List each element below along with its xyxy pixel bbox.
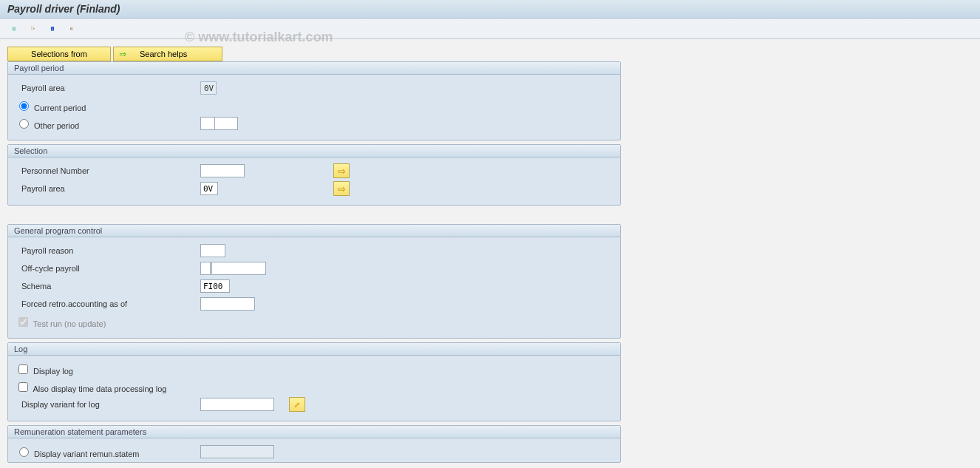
- group-title-log: Log: [8, 343, 620, 356]
- search-helps-label: Search helps: [140, 50, 187, 58]
- svg-rect-7: [70, 27, 71, 30]
- toolbar: i: [0, 18, 980, 39]
- input-sel-payroll-area[interactable]: [200, 182, 218, 195]
- arrow-right-icon: ⇨: [338, 183, 346, 194]
- title-bar: Payroll driver (Finland): [0, 0, 980, 18]
- input-offcycle-1[interactable]: [200, 262, 211, 275]
- radio-display-variant-remun-input[interactable]: [19, 447, 29, 457]
- radio-current-input[interactable]: [19, 101, 29, 111]
- label-personnel-number: Personnel Number: [16, 166, 200, 175]
- label-payroll-reason: Payroll reason: [16, 246, 200, 255]
- svg-text:i: i: [52, 27, 52, 30]
- checkbox-also-display-label: Also display time data processing log: [33, 384, 166, 393]
- label-sel-payroll-area: Payroll area: [16, 184, 200, 193]
- search-helps-button[interactable]: ⇨ Search helps: [113, 47, 222, 61]
- radio-display-variant-remun[interactable]: Display variant remun.statem: [16, 445, 200, 458]
- window-title: Payroll driver (Finland): [7, 3, 120, 15]
- label-schema: Schema: [16, 282, 200, 291]
- group-title-payroll-period: Payroll period: [8, 62, 620, 75]
- top-buttons: Selections from ⇨ Search helps: [7, 47, 973, 61]
- label-offcycle: Off-cycle payroll: [16, 264, 200, 273]
- input-other-period-2[interactable]: [214, 117, 238, 130]
- checkbox-display-log-label: Display log: [33, 367, 73, 376]
- pencil-icon: [294, 399, 300, 410]
- label-display-variant-log: Display variant for log: [16, 400, 200, 409]
- input-display-variant-log[interactable]: [200, 398, 274, 411]
- input-other-period-1[interactable]: [200, 117, 215, 130]
- content-area: Selections from ⇨ Search helps Payroll p…: [0, 39, 980, 463]
- info-icon[interactable]: i: [46, 22, 59, 35]
- checkbox-also-display-input[interactable]: [18, 382, 28, 392]
- checkbox-display-log[interactable]: Display log: [16, 362, 200, 376]
- group-title-general: General program control: [8, 225, 620, 237]
- selections-from-label: Selections from: [31, 50, 87, 58]
- group-remun: Remuneration statement parameters Displa…: [7, 425, 621, 463]
- label-forced-retro: Forced retro.accounting as of: [16, 299, 200, 308]
- radio-current-period[interactable]: Current period: [16, 99, 200, 112]
- bars-icon[interactable]: [65, 22, 78, 35]
- svg-rect-9: [72, 28, 73, 30]
- field-payroll-area[interactable]: 0V: [200, 81, 217, 95]
- group-title-remun: Remuneration statement parameters: [8, 426, 620, 438]
- radio-other-input[interactable]: [19, 119, 29, 129]
- more-personnel-number-button[interactable]: ⇨: [333, 163, 350, 178]
- edit-log-variant-button[interactable]: [289, 397, 305, 412]
- checkbox-display-log-input[interactable]: [18, 364, 28, 374]
- input-display-variant-remun[interactable]: [200, 445, 274, 458]
- input-schema[interactable]: [200, 279, 230, 293]
- group-log: Log Display log Also display time data p…: [7, 342, 621, 421]
- selections-from-button[interactable]: Selections from: [7, 47, 111, 61]
- radio-other-label: Other period: [34, 121, 79, 130]
- input-payroll-reason[interactable]: [200, 244, 225, 257]
- label-payroll-area: Payroll area: [16, 84, 200, 92]
- checkbox-test-run-label: Test run (no update): [33, 319, 106, 328]
- get-variant-icon[interactable]: [27, 22, 40, 35]
- checkbox-test-run-input: [18, 317, 28, 327]
- radio-display-variant-remun-label: Display variant remun.statem: [34, 450, 139, 458]
- group-selection: Selection Personnel Number ⇨ Payroll are…: [7, 144, 621, 206]
- more-payroll-area-button[interactable]: ⇨: [333, 181, 350, 196]
- input-personnel-number[interactable]: [200, 164, 245, 177]
- group-general: General program control Payroll reason O…: [7, 224, 621, 339]
- checkbox-test-run: Test run (no update): [16, 315, 200, 329]
- input-forced-retro[interactable]: [200, 297, 255, 311]
- group-payroll-period: Payroll period Payroll area 0V Current p…: [7, 61, 621, 140]
- input-offcycle-2[interactable]: [211, 262, 266, 275]
- radio-other-period[interactable]: Other period: [16, 117, 200, 130]
- svg-rect-8: [72, 27, 72, 30]
- checkbox-also-display[interactable]: Also display time data processing log: [16, 380, 311, 394]
- svg-point-1: [13, 28, 15, 30]
- arrow-right-icon: ⇨: [120, 50, 126, 59]
- arrow-right-icon: ⇨: [338, 166, 346, 177]
- execute-icon[interactable]: [7, 22, 21, 35]
- group-title-selection: Selection: [8, 145, 620, 157]
- radio-current-label: Current period: [34, 104, 86, 112]
- app-window: Payroll driver (Finland) i © www.tutoria…: [0, 0, 980, 468]
